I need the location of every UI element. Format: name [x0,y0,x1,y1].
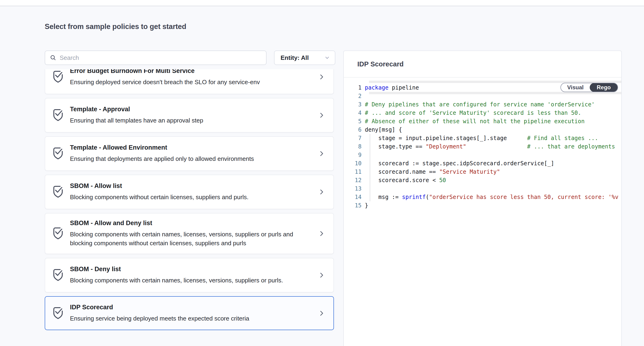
line-number: 12 [344,176,365,184]
code-text [365,92,621,100]
code-line: 15} [344,201,621,210]
chevron-right-icon [318,73,325,80]
line-number: 14 [344,193,365,201]
code-text: # ... and score of 'Service Maturity' sc… [365,109,621,117]
top-divider [0,5,644,6]
preview-header: IDP Scorecard [344,51,621,78]
code-text: scorecard.name == "Service Maturity" [365,168,621,176]
shield-check-icon [52,108,70,122]
code-line: 2 [344,92,621,100]
code-line: 13 [344,184,621,193]
line-number: 5 [344,117,365,126]
rego-toggle-button[interactable]: Rego [590,83,618,92]
chevron-right-icon [318,112,325,119]
line-number: 9 [344,151,365,159]
policy-card[interactable]: SBOM - Allow listBlocking components wit… [45,175,334,209]
policy-title: SBOM - Allow list [70,182,318,190]
policy-title: Template - Approval [70,106,318,113]
code-line: 9 [344,151,621,159]
line-number: 10 [344,159,365,168]
line-number: 4 [344,109,365,117]
shield-check-icon [52,227,70,240]
policy-card[interactable]: SBOM - Deny listBlocking components with… [45,258,334,293]
code-text: # Deny pipelines that are configured for… [365,100,621,109]
indent-guide [370,134,370,201]
code-lines: 1package pipeline23# Deny pipelines that… [344,83,621,210]
code-text: } [365,201,621,210]
editor-mode-toggle: Visual Rego [560,83,618,92]
code-line: 11 scorecard.name == "Service Maturity" [344,168,621,176]
code-editor[interactable]: 1package pipeline23# Deny pipelines that… [344,78,621,346]
code-line: 12 scorecard.score < 50 [344,176,621,184]
code-line: 14 msg := sprintf("orderService has scor… [344,193,621,201]
policy-description: Blocking components without certain lice… [70,193,308,202]
chevron-right-icon [318,272,325,279]
code-line: 6deny[msg] { [344,126,621,134]
policy-title: SBOM - Allow and Deny list [70,220,318,227]
line-number: 11 [344,168,365,176]
code-text: scorecard.score < 50 [365,176,621,184]
shield-check-icon [52,70,70,84]
shield-check-icon [52,147,70,160]
line-number: 15 [344,201,365,210]
chevron-down-icon [324,55,330,61]
code-line: 8 stage.type == "Deployment" # ... that … [344,142,621,151]
policy-card[interactable]: IDP ScorecardEnsuring service being depl… [45,296,334,330]
line-number: 8 [344,142,365,151]
entity-filter-label: Entity: All [280,54,309,61]
shield-check-icon [52,307,70,320]
policy-preview-panel: IDP Scorecard 1package pipeline23# Deny … [343,50,622,346]
policy-description: Ensuring service being deployed meets th… [70,314,308,323]
search-input[interactable] [60,54,262,61]
code-text: # Absence of either of these will not ha… [365,117,621,126]
code-text [365,151,621,159]
policy-title: SBOM - Deny list [70,266,318,273]
line-number: 1 [344,83,365,92]
policy-description: Ensuring that all templates have an appr… [70,116,308,125]
code-text: deny[msg] { [365,126,621,134]
line-number: 6 [344,126,365,134]
page-title: Select from sample policies to get start… [45,22,186,31]
chevron-right-icon [318,230,325,237]
code-text: msg := sprintf("orderService has score l… [365,193,621,201]
policy-list: Error Budget Burndown For Multi ServiceE… [45,69,334,346]
code-line: 10 scorecard := stage.spec.idpScorecard.… [344,159,621,168]
policy-description: Ensuring deployed service doesn't breach… [70,78,308,86]
policy-title: Error Budget Burndown For Multi Service [70,69,318,75]
code-text: stage = input.pipeline.stages[_].stage #… [365,134,621,142]
line-number: 13 [344,184,365,193]
code-line: 4# ... and score of 'Service Maturity' s… [344,109,621,117]
code-line: 7 stage = input.pipeline.stages[_].stage… [344,134,621,142]
chevron-right-icon [318,150,325,157]
policy-card[interactable]: Template - Allowed EnvironmentEnsuring t… [45,136,334,171]
shield-check-icon [52,185,70,199]
policy-description: Blocking components with certain names, … [70,230,308,248]
policy-title: IDP Scorecard [70,304,318,311]
search-box[interactable] [45,50,266,65]
line-number: 2 [344,92,365,100]
shield-check-icon [52,268,70,282]
policy-title: Template - Allowed Environment [70,144,318,151]
code-text: scorecard := stage.spec.idpScorecard.ord… [365,159,621,168]
search-icon [50,54,56,61]
entity-filter-dropdown[interactable]: Entity: All [274,50,335,65]
code-text: stage.type == "Deployment" # ... that ar… [365,142,621,151]
line-number: 7 [344,134,365,142]
chevron-right-icon [318,310,325,317]
preview-title: IDP Scorecard [357,60,404,68]
top-bar-remnant [0,0,644,5]
code-line: 3# Deny pipelines that are configured fo… [344,100,621,109]
code-text [365,184,621,193]
chevron-right-icon [318,188,325,195]
policy-card[interactable]: Error Budget Burndown For Multi ServiceE… [45,69,334,94]
policy-description: Blocking components with certain names, … [70,276,308,285]
code-line: 5# Absence of either of these will not h… [344,117,621,126]
policy-card[interactable]: Template - ApprovalEnsuring that all tem… [45,98,334,133]
policy-card[interactable]: SBOM - Allow and Deny listBlocking compo… [45,213,334,254]
line-number: 3 [344,100,365,109]
visual-toggle-button[interactable]: Visual [561,83,590,92]
policy-description: Ensuring that deployments are applied on… [70,154,308,163]
